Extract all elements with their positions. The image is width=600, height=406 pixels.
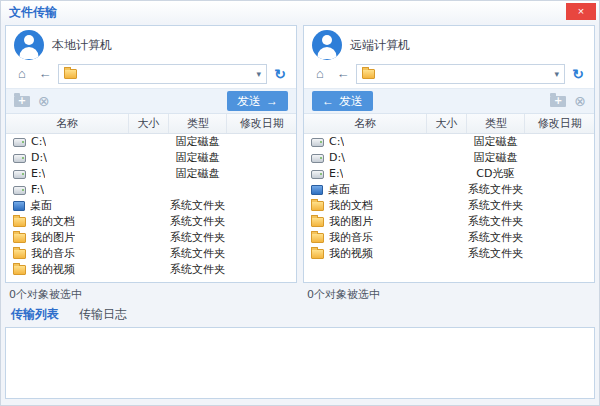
column-header-type[interactable]: 类型 <box>466 114 524 133</box>
panels-container: 本地计算机 ⌂ ← ▾ ↻ ⊗ 发送 <box>1 23 599 302</box>
local-selection-status: 0个对象被选中 <box>5 283 297 302</box>
file-type-cell: 固定磁盘 <box>168 134 226 150</box>
local-panel-box: 本地计算机 ⌂ ← ▾ ↻ ⊗ 发送 <box>5 25 297 283</box>
local-path-row: ⌂ ← ▾ ↻ <box>6 64 296 88</box>
refresh-button[interactable]: ↻ <box>568 64 588 84</box>
file-name: 我的视频 <box>329 246 373 262</box>
drive-icon <box>13 154 26 163</box>
file-type-cell: 固定磁盘 <box>466 134 524 150</box>
file-type-cell: 系统文件夹 <box>466 198 524 214</box>
file-row[interactable]: 我的音乐系统文件夹 <box>304 230 594 246</box>
file-name: 我的文档 <box>329 198 373 214</box>
file-type-cell: 系统文件夹 <box>168 230 226 246</box>
tab-transfer-list[interactable]: 传输列表 <box>11 306 59 323</box>
drive-icon <box>311 138 324 147</box>
file-row[interactable]: 我的图片系统文件夹 <box>304 214 594 230</box>
file-name-cell: E:\ <box>304 166 426 182</box>
file-type-cell: 系统文件夹 <box>168 262 226 278</box>
file-row[interactable]: 我的音乐系统文件夹 <box>6 246 296 262</box>
folder-icon <box>13 233 26 243</box>
new-folder-button[interactable] <box>550 96 566 107</box>
file-type-cell: 系统文件夹 <box>466 246 524 262</box>
drive-icon <box>13 186 26 195</box>
local-computer-row: 本地计算机 <box>6 26 296 64</box>
file-name-cell: F:\ <box>6 182 128 198</box>
remote-panel: 远端计算机 ⌂ ← ▾ ↻ ← 发送 <box>303 25 595 302</box>
file-type-cell: 系统文件夹 <box>168 246 226 262</box>
path-combobox[interactable]: ▾ <box>356 64 565 84</box>
file-row[interactable]: 我的文档系统文件夹 <box>6 214 296 230</box>
file-type-cell: 系统文件夹 <box>168 214 226 230</box>
remote-computer-row: 远端计算机 <box>304 26 594 64</box>
file-name: D:\ <box>31 150 47 166</box>
file-row[interactable]: F:\ <box>6 182 296 198</box>
folder-icon <box>362 69 375 79</box>
file-row[interactable]: 我的视频系统文件夹 <box>6 262 296 278</box>
path-combobox[interactable]: ▾ <box>58 64 267 84</box>
back-button[interactable]: ← <box>35 64 55 84</box>
delete-button[interactable]: ⊗ <box>38 94 50 108</box>
file-name: 我的音乐 <box>31 246 75 262</box>
drive-icon <box>13 170 26 179</box>
file-row[interactable]: 我的视频系统文件夹 <box>304 246 594 262</box>
file-row[interactable]: C:\固定磁盘 <box>6 134 296 150</box>
file-row[interactable]: D:\固定磁盘 <box>304 150 594 166</box>
column-header-type[interactable]: 类型 <box>168 114 226 133</box>
home-button[interactable]: ⌂ <box>12 64 32 84</box>
send-label: 发送 <box>339 93 363 110</box>
column-header-size[interactable]: 大小 <box>426 114 467 133</box>
file-row[interactable]: E:\CD光驱 <box>304 166 594 182</box>
remote-table-header: 名称 大小 类型 修改日期 <box>304 114 594 134</box>
send-button[interactable]: 发送 → <box>227 91 288 111</box>
file-name-cell: 我的文档 <box>304 198 426 214</box>
remote-toolbar: ← 发送 ⊗ <box>304 88 594 114</box>
new-folder-button[interactable] <box>14 96 30 107</box>
file-type-cell: CD光驱 <box>466 166 524 182</box>
remote-selection-status: 0个对象被选中 <box>303 283 595 302</box>
refresh-button[interactable]: ↻ <box>270 64 290 84</box>
column-header-name[interactable]: 名称 <box>6 114 128 133</box>
folder-icon <box>311 249 324 259</box>
local-file-list: C:\固定磁盘D:\固定磁盘E:\固定磁盘F:\桌面系统文件夹我的文档系统文件夹… <box>6 134 296 282</box>
back-button[interactable]: ← <box>333 64 353 84</box>
transfer-list-panel <box>5 327 595 399</box>
column-header-date[interactable]: 修改日期 <box>524 114 594 133</box>
file-name-cell: 我的音乐 <box>6 246 128 262</box>
delete-button[interactable]: ⊗ <box>574 94 586 108</box>
file-name: F:\ <box>31 182 44 198</box>
arrow-right-icon: → <box>266 94 278 108</box>
folder-icon <box>13 217 26 227</box>
chevron-down-icon: ▾ <box>554 69 559 79</box>
tab-transfer-log[interactable]: 传输日志 <box>79 306 127 323</box>
folder-icon <box>311 201 324 211</box>
file-row[interactable]: 我的文档系统文件夹 <box>304 198 594 214</box>
window-title: 文件传输 <box>9 4 57 21</box>
send-button[interactable]: ← 发送 <box>312 91 373 111</box>
file-type-cell: 固定磁盘 <box>466 150 524 166</box>
file-name: E:\ <box>31 166 45 182</box>
file-name: C:\ <box>31 134 46 150</box>
desktop-icon <box>311 185 323 195</box>
home-button[interactable]: ⌂ <box>310 64 330 84</box>
file-name-cell: 桌面 <box>304 182 426 198</box>
chevron-down-icon: ▾ <box>256 69 261 79</box>
file-type-cell: 系统文件夹 <box>168 198 226 214</box>
file-row[interactable]: E:\固定磁盘 <box>6 166 296 182</box>
file-name: E:\ <box>329 166 343 182</box>
column-header-name[interactable]: 名称 <box>304 114 426 133</box>
file-row[interactable]: 我的图片系统文件夹 <box>6 230 296 246</box>
user-avatar-icon <box>312 30 342 60</box>
remote-computer-label: 远端计算机 <box>350 37 410 54</box>
file-row[interactable]: C:\固定磁盘 <box>304 134 594 150</box>
file-name: 我的文档 <box>31 214 75 230</box>
close-button[interactable]: × <box>566 3 596 20</box>
column-header-size[interactable]: 大小 <box>128 114 169 133</box>
column-header-date[interactable]: 修改日期 <box>226 114 296 133</box>
file-row[interactable]: D:\固定磁盘 <box>6 150 296 166</box>
file-name: C:\ <box>329 134 344 150</box>
file-name: 我的图片 <box>329 214 373 230</box>
remote-panel-box: 远端计算机 ⌂ ← ▾ ↻ ← 发送 <box>303 25 595 283</box>
remote-path-row: ⌂ ← ▾ ↻ <box>304 64 594 88</box>
file-row[interactable]: 桌面系统文件夹 <box>304 182 594 198</box>
file-row[interactable]: 桌面系统文件夹 <box>6 198 296 214</box>
